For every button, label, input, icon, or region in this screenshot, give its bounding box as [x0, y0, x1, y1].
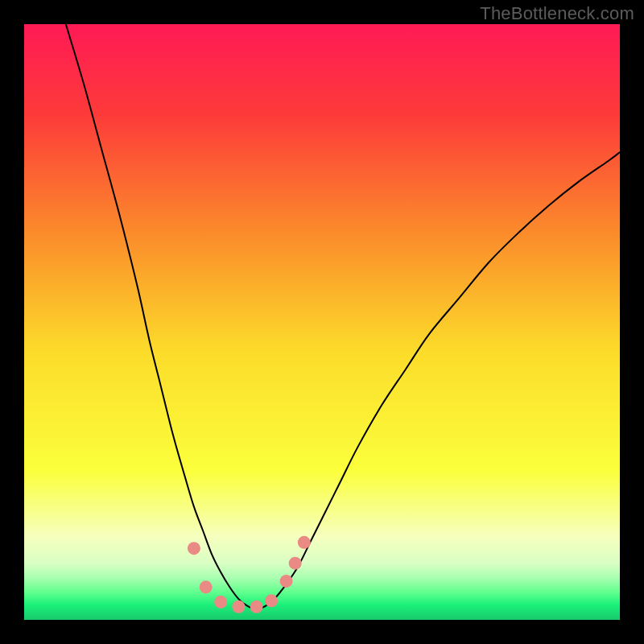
marker-dot: [250, 601, 263, 613]
marker-dot: [289, 557, 302, 570]
chart-frame: TheBottleneck.com: [0, 0, 644, 644]
marker-dot: [280, 575, 293, 588]
marker-dot: [188, 542, 200, 555]
curve-layer: [24, 24, 620, 620]
marker-dot: [298, 536, 311, 549]
bottleneck-curve: [66, 24, 620, 609]
marker-dot: [265, 594, 278, 607]
marker-dot: [214, 596, 227, 609]
plot-area: [24, 24, 620, 620]
watermark-text: TheBottleneck.com: [480, 3, 634, 24]
marker-dot: [200, 580, 213, 593]
marker-dot: [232, 601, 245, 613]
